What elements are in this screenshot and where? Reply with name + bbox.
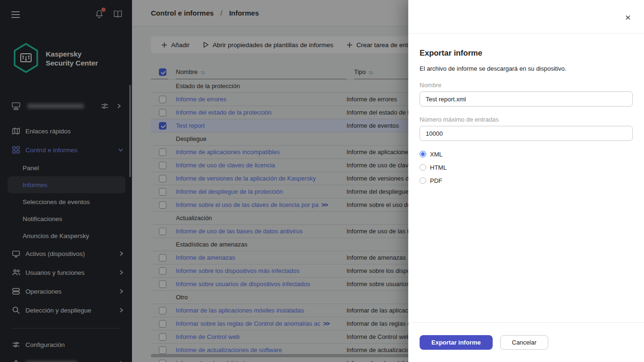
export-button[interactable]: Exportar informe (420, 335, 493, 350)
format-label: PDF (430, 177, 442, 184)
name-field-label: Nombre (420, 82, 633, 89)
export-report-modal: × Exportar informe El archivo de informe… (408, 0, 644, 362)
modal-header: × (408, 0, 644, 33)
report-name-input[interactable] (420, 91, 633, 107)
format-label: XML (430, 151, 443, 158)
format-radio-html[interactable]: HTML (420, 161, 633, 174)
format-radio-pdf[interactable]: PDF (420, 174, 633, 187)
modal-description: El archivo de informe se descargará en s… (420, 65, 633, 72)
max-entries-input[interactable] (420, 126, 633, 141)
cancel-button[interactable]: Cancelar (500, 335, 548, 350)
max-entries-label: Número máximo de entradas (420, 116, 633, 123)
radio-selected-icon[interactable] (420, 151, 426, 157)
modal-title: Exportar informe (420, 49, 633, 58)
radio-unselected-icon[interactable] (420, 177, 426, 184)
close-icon[interactable]: × (623, 13, 633, 23)
radio-unselected-icon[interactable] (420, 164, 426, 171)
modal-backdrop[interactable] (0, 0, 408, 362)
format-radio-group: XMLHTMLPDF (420, 148, 633, 187)
modal-footer: Exportar informe Cancelar (408, 322, 644, 362)
format-label: HTML (430, 164, 446, 171)
format-radio-xml[interactable]: XML (420, 148, 633, 161)
